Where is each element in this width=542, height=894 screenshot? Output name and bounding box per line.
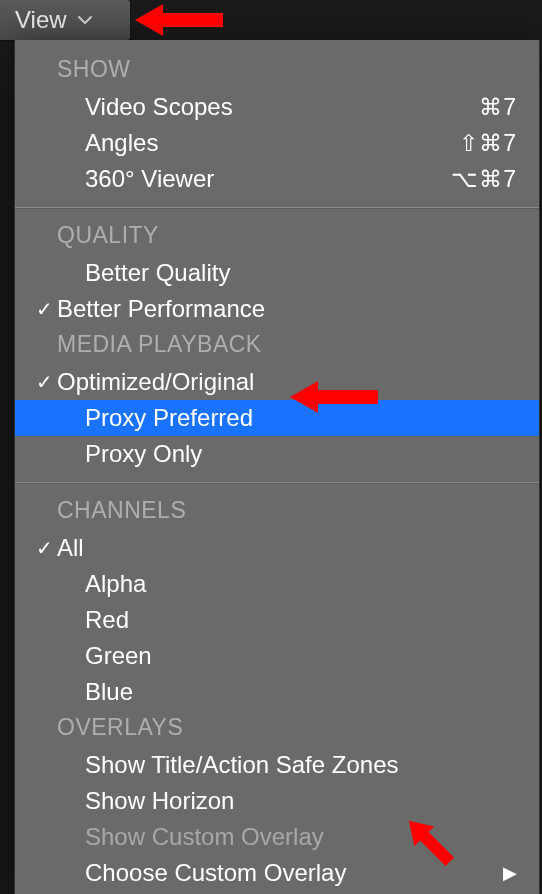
menu-item-label: Optimized/Original <box>57 368 517 396</box>
menu-item-label: Choose Custom Overlay <box>57 859 497 887</box>
chevron-down-icon <box>77 15 93 25</box>
menu-item-label: Proxy Preferred <box>57 404 517 432</box>
menu-item-show-custom-overlay: Show Custom Overlay <box>15 819 539 855</box>
menu-item-label: Better Performance <box>57 295 517 323</box>
menu-item-choose-custom-overlay[interactable]: Choose Custom Overlay ▶ <box>15 855 539 891</box>
menu-item-label: Angles <box>57 129 459 157</box>
menu-divider <box>15 207 539 208</box>
menu-divider <box>15 482 539 483</box>
view-dropdown-menu: SHOW Video Scopes ⌘7 Angles ⇧⌘7 360° Vie… <box>14 40 540 894</box>
menu-item-proxy-only[interactable]: Proxy Only <box>15 436 539 472</box>
menu-item-label: Red <box>57 606 517 634</box>
menu-item-label: Video Scopes <box>57 93 479 121</box>
menu-item-show-safe-zones[interactable]: Show Title/Action Safe Zones <box>15 747 539 783</box>
section-header-quality: QUALITY <box>15 218 539 255</box>
svg-marker-0 <box>135 4 223 36</box>
menu-item-shortcut: ⌥⌘7 <box>451 166 517 193</box>
menu-item-channels-blue[interactable]: Blue <box>15 674 539 710</box>
menu-item-label: Alpha <box>57 570 517 598</box>
menu-item-label: Green <box>57 642 517 670</box>
section-header-overlays: OVERLAYS <box>15 710 539 747</box>
menu-item-channels-green[interactable]: Green <box>15 638 539 674</box>
menu-item-video-scopes[interactable]: Video Scopes ⌘7 <box>15 89 539 125</box>
menu-item-label: Show Horizon <box>57 787 517 815</box>
view-menu-button[interactable]: View <box>0 0 130 40</box>
view-menu-label: View <box>15 6 67 34</box>
menu-item-label: Show Custom Overlay <box>57 823 517 851</box>
menu-item-show-horizon[interactable]: Show Horizon <box>15 783 539 819</box>
menu-item-label: Blue <box>57 678 517 706</box>
menu-item-angles[interactable]: Angles ⇧⌘7 <box>15 125 539 161</box>
annotation-arrow-icon <box>135 0 225 42</box>
menu-item-360-viewer[interactable]: 360° Viewer ⌥⌘7 <box>15 161 539 197</box>
menu-item-label: Proxy Only <box>57 440 517 468</box>
checkmark-icon: ✓ <box>31 297 57 321</box>
menu-item-channels-red[interactable]: Red <box>15 602 539 638</box>
menu-item-label: Show Title/Action Safe Zones <box>57 751 517 779</box>
submenu-arrow-icon: ▶ <box>497 862 517 884</box>
menu-item-proxy-preferred[interactable]: Proxy Preferred <box>15 400 539 436</box>
menu-item-optimized-original[interactable]: ✓ Optimized/Original <box>15 364 539 400</box>
menu-item-label: 360° Viewer <box>57 165 451 193</box>
menu-item-shortcut: ⌘7 <box>479 94 517 121</box>
menu-item-label: All <box>57 534 517 562</box>
section-header-media-playback: MEDIA PLAYBACK <box>15 327 539 364</box>
menu-item-channels-alpha[interactable]: Alpha <box>15 566 539 602</box>
menu-item-better-quality[interactable]: Better Quality <box>15 255 539 291</box>
menu-item-label: Better Quality <box>57 259 517 287</box>
checkmark-icon: ✓ <box>31 536 57 560</box>
checkmark-icon: ✓ <box>31 370 57 394</box>
menu-item-better-performance[interactable]: ✓ Better Performance <box>15 291 539 327</box>
menu-item-channels-all[interactable]: ✓ All <box>15 530 539 566</box>
menu-item-shortcut: ⇧⌘7 <box>459 130 517 157</box>
section-header-show: SHOW <box>15 52 539 89</box>
section-header-channels: CHANNELS <box>15 493 539 530</box>
